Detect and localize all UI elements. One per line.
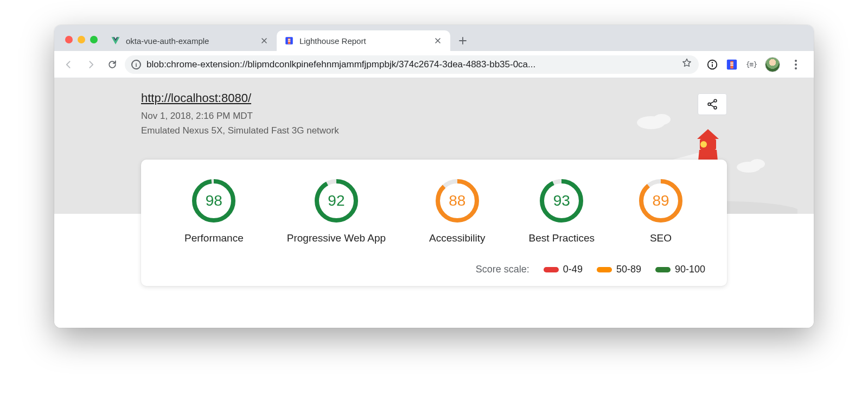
legend-chip-orange-icon: [597, 267, 612, 272]
svg-point-5: [712, 62, 713, 63]
tab-okta-vue-auth-example[interactable]: okta-vue-auth-example: [103, 30, 277, 51]
window-close-button[interactable]: [65, 36, 73, 43]
tab-close-button[interactable]: [433, 36, 443, 46]
share-icon: [706, 98, 718, 110]
bookmark-star-icon[interactable]: [681, 58, 692, 71]
score-gauge: 93: [539, 178, 584, 224]
window-minimize-button[interactable]: [78, 36, 85, 43]
svg-rect-6: [712, 64, 713, 67]
scores-card: 98Performance92Progressive Web App88Acce…: [141, 160, 727, 286]
window-maximize-button[interactable]: [90, 36, 98, 43]
scores-row: 98Performance92Progressive Web App88Acce…: [163, 178, 705, 244]
share-button[interactable]: [698, 93, 727, 115]
svg-rect-9: [730, 62, 733, 63]
svg-rect-20: [700, 139, 716, 150]
score-label: Performance: [184, 232, 244, 244]
legend-chip-green-icon: [655, 267, 671, 272]
score-gauge: 98: [191, 178, 237, 224]
extension-info-icon[interactable]: [706, 59, 718, 71]
score-best-practices[interactable]: 93Best Practices: [529, 178, 595, 244]
json-extension-icon[interactable]: {≡}: [745, 59, 757, 71]
reload-button[interactable]: [103, 55, 122, 74]
report-timestamp: Nov 1, 2018, 2:16 PM MDT: [141, 109, 727, 123]
legend-item-pass: 90-100: [655, 264, 705, 275]
score-label: SEO: [650, 232, 672, 244]
page-content: http://localhost:8080/ Nov 1, 2018, 2:16…: [54, 78, 814, 328]
browser-window: okta-vue-auth-example Lighthouse Report: [54, 25, 814, 328]
score-label: Accessibility: [429, 232, 485, 244]
tab-title: okta-vue-auth-example: [126, 36, 254, 46]
svg-point-12: [708, 103, 711, 106]
toolbar: i blob:chrome-extension://blipmdconlkpin…: [54, 51, 814, 78]
score-gauge: 89: [638, 178, 684, 224]
svg-point-27: [750, 159, 765, 169]
score-label: Progressive Web App: [287, 232, 386, 244]
report-environment: Emulated Nexus 5X, Simulated Fast 3G net…: [141, 123, 727, 138]
lighthouse-favicon-icon: [284, 36, 294, 46]
score-gauge: 92: [314, 178, 359, 224]
tab-close-button[interactable]: [259, 36, 269, 46]
score-progressive-web-app[interactable]: 92Progressive Web App: [287, 178, 386, 244]
score-seo[interactable]: 89SEO: [638, 178, 684, 244]
report-url-link[interactable]: http://localhost:8080/: [141, 91, 251, 105]
svg-rect-2: [288, 39, 291, 40]
legend-label: Score scale:: [476, 264, 529, 275]
score-value: 89: [638, 178, 684, 224]
tab-strip: okta-vue-auth-example Lighthouse Report: [54, 25, 814, 51]
svg-point-13: [714, 106, 717, 109]
legend-item-fail: 0-49: [544, 264, 583, 275]
score-performance[interactable]: 98Performance: [184, 178, 244, 244]
score-label: Best Practices: [529, 232, 595, 244]
back-button[interactable]: [60, 55, 78, 74]
tab-lighthouse-report[interactable]: Lighthouse Report: [277, 30, 450, 51]
forward-button[interactable]: [81, 55, 100, 74]
legend-chip-red-icon: [544, 267, 559, 272]
score-value: 92: [314, 178, 359, 224]
svg-rect-10: [730, 65, 733, 66]
score-value: 93: [539, 178, 584, 224]
svg-point-21: [700, 141, 707, 148]
score-gauge: 88: [435, 178, 480, 224]
site-info-icon[interactable]: i: [131, 60, 141, 69]
chrome-menu-button[interactable]: [788, 60, 804, 69]
tab-title: Lighthouse Report: [299, 36, 427, 46]
vue-favicon-icon: [111, 36, 120, 46]
legend-item-average: 50-89: [597, 264, 641, 275]
new-tab-button[interactable]: [455, 33, 471, 49]
extension-icons: {≡}: [702, 57, 808, 72]
lighthouse-extension-icon[interactable]: [726, 59, 738, 71]
address-url: blob:chrome-extension://blipmdconlkpinef…: [146, 59, 676, 70]
score-scale-legend: Score scale: 0-49 50-89 90-100: [163, 264, 705, 275]
score-value: 98: [191, 178, 237, 224]
address-bar[interactable]: i blob:chrome-extension://blipmdconlkpin…: [125, 55, 699, 74]
profile-avatar[interactable]: [765, 57, 780, 72]
score-value: 88: [435, 178, 480, 224]
svg-point-11: [714, 99, 717, 102]
svg-marker-17: [698, 150, 718, 161]
svg-point-26: [737, 162, 761, 173]
svg-rect-3: [288, 41, 291, 42]
score-accessibility[interactable]: 88Accessibility: [429, 178, 485, 244]
window-controls: [61, 36, 103, 51]
